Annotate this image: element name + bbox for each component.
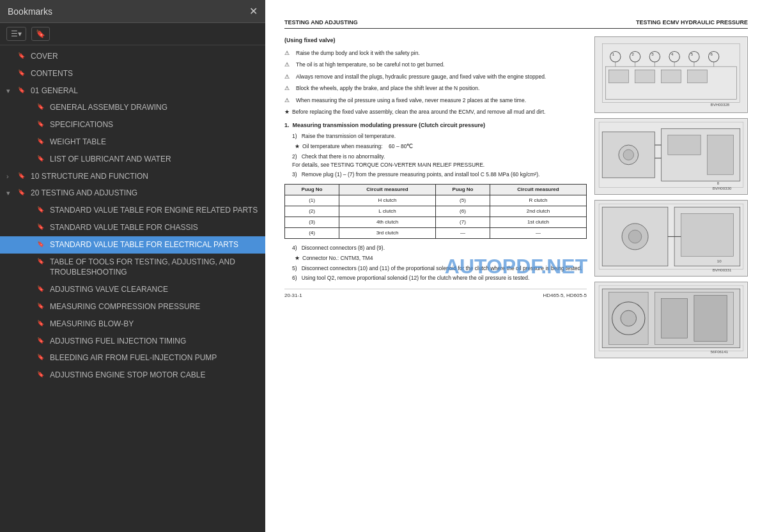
bookmark-icon-adj-valve: 🔖 bbox=[37, 285, 46, 293]
svg-text:2: 2 bbox=[631, 52, 634, 56]
star-icon-sub: ★ bbox=[295, 142, 300, 151]
bookmark-label-general-assembly: GENERAL ASSEMBLY DRAWING bbox=[50, 102, 260, 113]
bookmark-label-std-electrical: STANDARD VALUE TABLE FOR ELECTRICAL PART… bbox=[50, 239, 260, 250]
expander-20-testing[interactable]: ▾ bbox=[6, 188, 15, 198]
content-body: (Using fixed valve) ⚠ Raise the dump bod… bbox=[284, 36, 748, 358]
bookmark-label-cover: COVER bbox=[31, 51, 260, 62]
bookmark-item-meas-blowby[interactable]: 🔖MEASURING BLOW-BY bbox=[0, 315, 265, 333]
list-view-button[interactable]: ☰▾ bbox=[6, 27, 26, 41]
svg-point-54 bbox=[621, 310, 637, 326]
table-cell: (3) bbox=[285, 217, 339, 228]
bookmark-item-adj-valve[interactable]: 🔖ADJUSTING VALVE CLEARANCE bbox=[0, 281, 265, 298]
svg-rect-24 bbox=[688, 70, 708, 83]
bookmark-icon-std-chassis: 🔖 bbox=[37, 223, 46, 231]
warning-icon-3: ⚠ bbox=[284, 73, 293, 82]
table-header-3: Puug No bbox=[435, 185, 490, 195]
bookmark-label-10-structure: 10 STRUCTURE AND FUNCTION bbox=[31, 171, 260, 182]
warning-item: ⚠ Always remove and install the plugs, h… bbox=[284, 73, 587, 82]
bookmark-item-01-general[interactable]: ▾🔖01 GENERAL bbox=[0, 82, 265, 100]
star-step-1: ★ Oil temperature when measuring: 60 – 8… bbox=[295, 142, 587, 151]
sidebar-toolbar: ☰▾ 🔖 bbox=[0, 23, 265, 45]
bookmark-item-meas-compression[interactable]: 🔖MEASURING COMPRESSION PRESSURE bbox=[0, 298, 265, 315]
bookmark-label-adj-engine-stop: ADJUSTING ENGINE STOP MOTOR CABLE bbox=[50, 370, 260, 381]
svg-text:5: 5 bbox=[691, 52, 693, 56]
page-num: 20-31-1 bbox=[284, 292, 302, 300]
bookmark-icon-weight-table: 🔖 bbox=[37, 137, 46, 146]
model-label: HD465-5, HD605-5 bbox=[543, 292, 587, 300]
bookmark-icon-table-tools: 🔖 bbox=[37, 257, 46, 266]
warning-item: ⚠ When measuring the oil pressure using … bbox=[284, 96, 587, 105]
star-text-2: Connector No.: CNTM3, TM4 bbox=[302, 254, 373, 262]
warning-item: ⚠ The oil is at high temperature, so be … bbox=[284, 61, 587, 70]
bookmark-label-weight-table: WEIGHT TABLE bbox=[50, 137, 260, 148]
star-icon: ★ bbox=[284, 108, 290, 116]
svg-text:BVH00330: BVH00330 bbox=[713, 186, 732, 190]
svg-rect-55 bbox=[662, 299, 688, 338]
table-cell: — bbox=[490, 228, 587, 239]
bookmark-icon-meas-blowby: 🔖 bbox=[37, 319, 46, 328]
table-cell: L clutch bbox=[339, 206, 436, 217]
table-cell: (7) bbox=[435, 217, 490, 228]
main-content: TESTING AND ADJUSTING TESTING ECMV HYDRA… bbox=[265, 0, 767, 532]
bookmark-item-weight-table[interactable]: 🔖WEIGHT TABLE bbox=[0, 133, 265, 151]
bookmark-item-bleeding-air[interactable]: 🔖BLEEDING AIR FROM FUEL-INJECTION PUMP bbox=[0, 349, 265, 367]
warning-text-5: When measuring the oil pressure using a … bbox=[296, 96, 526, 105]
table-cell: 3rd clutch bbox=[339, 228, 436, 239]
table-cell: 4th clutch bbox=[339, 217, 436, 228]
bookmark-item-table-tools[interactable]: 🔖TABLE OF TOOLS FOR TESTING, ADJUSTING, … bbox=[0, 254, 265, 282]
content-right: 1 2 3 4 5 6 BVH00328 bbox=[594, 36, 748, 358]
warning-item: ⚠ Block the wheels, apply the brake, and… bbox=[284, 84, 587, 93]
bookmark-item-10-structure[interactable]: ›🔖10 STRUCTURE AND FUNCTION bbox=[0, 168, 265, 185]
header-left: TESTING AND ADJUSTING bbox=[284, 19, 358, 26]
bookmark-item-general-assembly[interactable]: 🔖GENERAL ASSEMBLY DRAWING bbox=[0, 99, 265, 116]
bookmark-item-contents[interactable]: 🔖CONTENTS bbox=[0, 65, 265, 82]
bookmark-icon-01-general: 🔖 bbox=[18, 86, 27, 95]
svg-rect-32 bbox=[668, 135, 701, 155]
bookmark-icon-20-testing: 🔖 bbox=[18, 188, 27, 197]
table-row: (2)L clutch(6)2nd clutch bbox=[285, 206, 587, 217]
section-title: (Using fixed valve) bbox=[284, 36, 587, 45]
sidebar-close-button[interactable]: ✕ bbox=[249, 5, 258, 17]
warning-icon-1: ⚠ bbox=[284, 49, 293, 58]
svg-rect-56 bbox=[694, 296, 727, 342]
svg-point-31 bbox=[623, 149, 633, 160]
star-step-2: ★ Connector No.: CNTM3, TM4 bbox=[295, 254, 587, 262]
bookmark-item-adj-engine-stop[interactable]: 🔖ADJUSTING ENGINE STOP MOTOR CABLE bbox=[0, 367, 265, 384]
svg-text:6: 6 bbox=[711, 52, 713, 56]
bookmark-item-20-testing[interactable]: ▾🔖20 TESTING AND ADJUSTING bbox=[0, 185, 265, 202]
warning-icon-5: ⚠ bbox=[284, 96, 293, 105]
bookmark-button[interactable]: 🔖 bbox=[31, 27, 50, 41]
bookmark-label-adj-fuel: ADJUSTING FUEL INJECTION TIMING bbox=[50, 336, 260, 347]
step-6: 6) Using tool Q2, remove proportional so… bbox=[292, 274, 587, 282]
tech-image-4: 56F06141 bbox=[594, 282, 748, 358]
bookmark-label-20-testing: 20 TESTING AND ADJUSTING bbox=[31, 188, 260, 199]
table-cell: R clutch bbox=[490, 195, 587, 206]
bookmark-item-cover[interactable]: 🔖COVER bbox=[0, 48, 265, 65]
bookmark-item-std-chassis[interactable]: 🔖STANDARD VALUE TABLE FOR CHASSIS bbox=[0, 219, 265, 236]
bookmark-item-lubricant-water[interactable]: 🔖LIST OF LUBRICANT AND WATER bbox=[0, 151, 265, 168]
table-cell: (1) bbox=[285, 195, 339, 206]
sidebar-header: Bookmarks ✕ bbox=[0, 0, 265, 23]
svg-text:4: 4 bbox=[671, 52, 674, 56]
bookmark-item-std-engine[interactable]: 🔖STANDARD VALUE TABLE FOR ENGINE RELATED… bbox=[0, 202, 265, 219]
bookmark-item-adj-fuel[interactable]: 🔖ADJUSTING FUEL INJECTION TIMING bbox=[0, 333, 265, 350]
svg-rect-33 bbox=[707, 135, 733, 175]
expander-01-general[interactable]: ▾ bbox=[6, 86, 15, 96]
bookmark-list[interactable]: 🔖COVER🔖CONTENTS▾🔖01 GENERAL🔖GENERAL ASSE… bbox=[0, 45, 265, 532]
tech-image-3: 10 BVH00331 bbox=[594, 200, 748, 277]
expander-10-structure[interactable]: › bbox=[6, 172, 15, 181]
step-1: 1) Raise the transmission oil temperatur… bbox=[292, 132, 587, 141]
page-header: TESTING AND ADJUSTING TESTING ECMV HYDRA… bbox=[284, 19, 748, 29]
table-row: (3)4th clutch(7)1st clutch bbox=[285, 217, 587, 228]
table-cell: 1st clutch bbox=[490, 217, 587, 228]
svg-text:1: 1 bbox=[612, 52, 615, 56]
tech-image-1: 1 2 3 4 5 6 BVH00328 bbox=[594, 36, 748, 113]
bookmark-item-std-electrical[interactable]: 🔖STANDARD VALUE TABLE FOR ELECTRICAL PAR… bbox=[0, 236, 265, 254]
bookmark-item-specifications[interactable]: 🔖SPECIFICATIONS bbox=[0, 116, 265, 133]
warnings-list: ⚠ Raise the dump body and lock it with t… bbox=[284, 49, 587, 105]
svg-text:8: 8 bbox=[717, 181, 720, 185]
star-text-1: Oil temperature when measuring: 60 – 80℃ bbox=[302, 142, 413, 151]
svg-rect-21 bbox=[609, 70, 629, 83]
clutch-table: Puug No Circuit measured Puug No Circuit… bbox=[284, 184, 587, 239]
bookmark-icon-adj-engine-stop: 🔖 bbox=[37, 370, 46, 379]
